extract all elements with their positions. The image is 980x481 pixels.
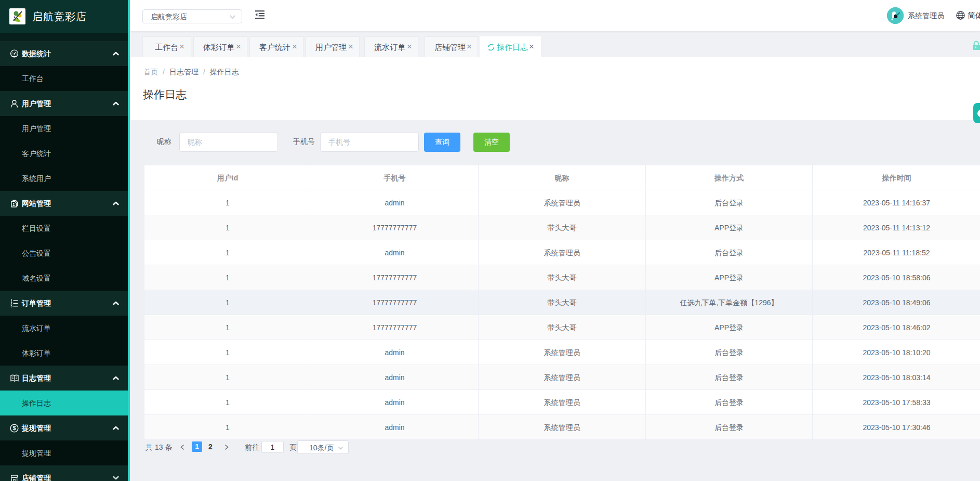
svg-text:$: $	[12, 425, 16, 431]
